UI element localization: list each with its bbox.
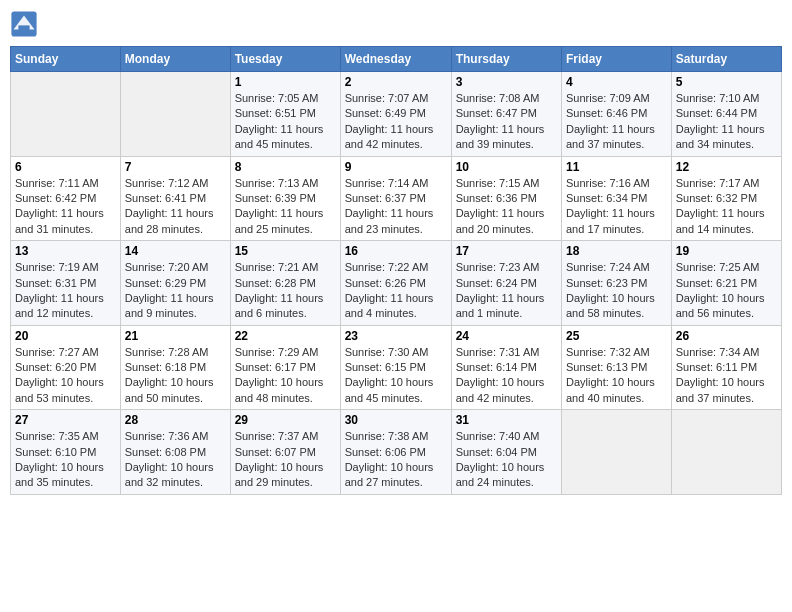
calendar-cell: 13Sunrise: 7:19 AM Sunset: 6:31 PM Dayli… (11, 241, 121, 326)
day-info: Sunrise: 7:28 AM Sunset: 6:18 PM Dayligh… (125, 345, 226, 407)
day-number: 15 (235, 244, 336, 258)
calendar-cell: 29Sunrise: 7:37 AM Sunset: 6:07 PM Dayli… (230, 410, 340, 495)
day-info: Sunrise: 7:36 AM Sunset: 6:08 PM Dayligh… (125, 429, 226, 491)
calendar-cell: 6Sunrise: 7:11 AM Sunset: 6:42 PM Daylig… (11, 156, 121, 241)
day-info: Sunrise: 7:27 AM Sunset: 6:20 PM Dayligh… (15, 345, 116, 407)
day-number: 19 (676, 244, 777, 258)
calendar-table: SundayMondayTuesdayWednesdayThursdayFrid… (10, 46, 782, 495)
day-info: Sunrise: 7:21 AM Sunset: 6:28 PM Dayligh… (235, 260, 336, 322)
day-number: 20 (15, 329, 116, 343)
day-number: 27 (15, 413, 116, 427)
calendar-cell (562, 410, 672, 495)
day-info: Sunrise: 7:19 AM Sunset: 6:31 PM Dayligh… (15, 260, 116, 322)
day-info: Sunrise: 7:17 AM Sunset: 6:32 PM Dayligh… (676, 176, 777, 238)
calendar-cell: 27Sunrise: 7:35 AM Sunset: 6:10 PM Dayli… (11, 410, 121, 495)
calendar-cell: 18Sunrise: 7:24 AM Sunset: 6:23 PM Dayli… (562, 241, 672, 326)
day-number: 4 (566, 75, 667, 89)
day-number: 21 (125, 329, 226, 343)
day-info: Sunrise: 7:23 AM Sunset: 6:24 PM Dayligh… (456, 260, 557, 322)
day-number: 31 (456, 413, 557, 427)
weekday-header-monday: Monday (120, 47, 230, 72)
calendar-cell (11, 72, 121, 157)
day-info: Sunrise: 7:16 AM Sunset: 6:34 PM Dayligh… (566, 176, 667, 238)
day-info: Sunrise: 7:37 AM Sunset: 6:07 PM Dayligh… (235, 429, 336, 491)
day-number: 11 (566, 160, 667, 174)
day-number: 18 (566, 244, 667, 258)
calendar-cell: 9Sunrise: 7:14 AM Sunset: 6:37 PM Daylig… (340, 156, 451, 241)
day-info: Sunrise: 7:40 AM Sunset: 6:04 PM Dayligh… (456, 429, 557, 491)
calendar-cell: 8Sunrise: 7:13 AM Sunset: 6:39 PM Daylig… (230, 156, 340, 241)
calendar-cell: 2Sunrise: 7:07 AM Sunset: 6:49 PM Daylig… (340, 72, 451, 157)
calendar-cell: 4Sunrise: 7:09 AM Sunset: 6:46 PM Daylig… (562, 72, 672, 157)
day-number: 22 (235, 329, 336, 343)
day-number: 30 (345, 413, 447, 427)
day-number: 28 (125, 413, 226, 427)
day-number: 5 (676, 75, 777, 89)
day-number: 6 (15, 160, 116, 174)
day-number: 9 (345, 160, 447, 174)
day-number: 29 (235, 413, 336, 427)
weekday-header-friday: Friday (562, 47, 672, 72)
calendar-cell: 19Sunrise: 7:25 AM Sunset: 6:21 PM Dayli… (671, 241, 781, 326)
day-info: Sunrise: 7:25 AM Sunset: 6:21 PM Dayligh… (676, 260, 777, 322)
weekday-header-sunday: Sunday (11, 47, 121, 72)
day-number: 8 (235, 160, 336, 174)
calendar-week-5: 27Sunrise: 7:35 AM Sunset: 6:10 PM Dayli… (11, 410, 782, 495)
calendar-cell (671, 410, 781, 495)
weekday-header-wednesday: Wednesday (340, 47, 451, 72)
day-number: 14 (125, 244, 226, 258)
day-number: 25 (566, 329, 667, 343)
calendar-cell: 16Sunrise: 7:22 AM Sunset: 6:26 PM Dayli… (340, 241, 451, 326)
day-info: Sunrise: 7:15 AM Sunset: 6:36 PM Dayligh… (456, 176, 557, 238)
day-info: Sunrise: 7:05 AM Sunset: 6:51 PM Dayligh… (235, 91, 336, 153)
day-info: Sunrise: 7:38 AM Sunset: 6:06 PM Dayligh… (345, 429, 447, 491)
day-info: Sunrise: 7:20 AM Sunset: 6:29 PM Dayligh… (125, 260, 226, 322)
calendar-cell: 17Sunrise: 7:23 AM Sunset: 6:24 PM Dayli… (451, 241, 561, 326)
day-info: Sunrise: 7:13 AM Sunset: 6:39 PM Dayligh… (235, 176, 336, 238)
calendar-cell: 14Sunrise: 7:20 AM Sunset: 6:29 PM Dayli… (120, 241, 230, 326)
calendar-cell: 12Sunrise: 7:17 AM Sunset: 6:32 PM Dayli… (671, 156, 781, 241)
day-info: Sunrise: 7:07 AM Sunset: 6:49 PM Dayligh… (345, 91, 447, 153)
day-info: Sunrise: 7:14 AM Sunset: 6:37 PM Dayligh… (345, 176, 447, 238)
day-number: 24 (456, 329, 557, 343)
day-info: Sunrise: 7:24 AM Sunset: 6:23 PM Dayligh… (566, 260, 667, 322)
calendar-week-2: 6Sunrise: 7:11 AM Sunset: 6:42 PM Daylig… (11, 156, 782, 241)
day-info: Sunrise: 7:29 AM Sunset: 6:17 PM Dayligh… (235, 345, 336, 407)
day-number: 23 (345, 329, 447, 343)
day-info: Sunrise: 7:30 AM Sunset: 6:15 PM Dayligh… (345, 345, 447, 407)
day-info: Sunrise: 7:12 AM Sunset: 6:41 PM Dayligh… (125, 176, 226, 238)
calendar-cell: 25Sunrise: 7:32 AM Sunset: 6:13 PM Dayli… (562, 325, 672, 410)
day-info: Sunrise: 7:11 AM Sunset: 6:42 PM Dayligh… (15, 176, 116, 238)
calendar-cell: 21Sunrise: 7:28 AM Sunset: 6:18 PM Dayli… (120, 325, 230, 410)
calendar-cell: 24Sunrise: 7:31 AM Sunset: 6:14 PM Dayli… (451, 325, 561, 410)
weekday-header-tuesday: Tuesday (230, 47, 340, 72)
day-info: Sunrise: 7:32 AM Sunset: 6:13 PM Dayligh… (566, 345, 667, 407)
calendar-cell: 30Sunrise: 7:38 AM Sunset: 6:06 PM Dayli… (340, 410, 451, 495)
calendar-week-1: 1Sunrise: 7:05 AM Sunset: 6:51 PM Daylig… (11, 72, 782, 157)
day-info: Sunrise: 7:31 AM Sunset: 6:14 PM Dayligh… (456, 345, 557, 407)
day-info: Sunrise: 7:09 AM Sunset: 6:46 PM Dayligh… (566, 91, 667, 153)
weekday-header-thursday: Thursday (451, 47, 561, 72)
calendar-cell: 22Sunrise: 7:29 AM Sunset: 6:17 PM Dayli… (230, 325, 340, 410)
day-info: Sunrise: 7:34 AM Sunset: 6:11 PM Dayligh… (676, 345, 777, 407)
calendar-cell: 23Sunrise: 7:30 AM Sunset: 6:15 PM Dayli… (340, 325, 451, 410)
calendar-cell: 7Sunrise: 7:12 AM Sunset: 6:41 PM Daylig… (120, 156, 230, 241)
logo-icon (10, 10, 38, 38)
day-info: Sunrise: 7:08 AM Sunset: 6:47 PM Dayligh… (456, 91, 557, 153)
day-number: 2 (345, 75, 447, 89)
calendar-cell: 3Sunrise: 7:08 AM Sunset: 6:47 PM Daylig… (451, 72, 561, 157)
day-number: 1 (235, 75, 336, 89)
day-number: 17 (456, 244, 557, 258)
calendar-cell (120, 72, 230, 157)
calendar-cell: 15Sunrise: 7:21 AM Sunset: 6:28 PM Dayli… (230, 241, 340, 326)
calendar-cell: 31Sunrise: 7:40 AM Sunset: 6:04 PM Dayli… (451, 410, 561, 495)
calendar-cell: 5Sunrise: 7:10 AM Sunset: 6:44 PM Daylig… (671, 72, 781, 157)
page-header (10, 10, 782, 38)
svg-rect-2 (18, 25, 29, 31)
day-number: 16 (345, 244, 447, 258)
day-number: 7 (125, 160, 226, 174)
calendar-cell: 11Sunrise: 7:16 AM Sunset: 6:34 PM Dayli… (562, 156, 672, 241)
day-info: Sunrise: 7:22 AM Sunset: 6:26 PM Dayligh… (345, 260, 447, 322)
calendar-cell: 26Sunrise: 7:34 AM Sunset: 6:11 PM Dayli… (671, 325, 781, 410)
day-number: 3 (456, 75, 557, 89)
